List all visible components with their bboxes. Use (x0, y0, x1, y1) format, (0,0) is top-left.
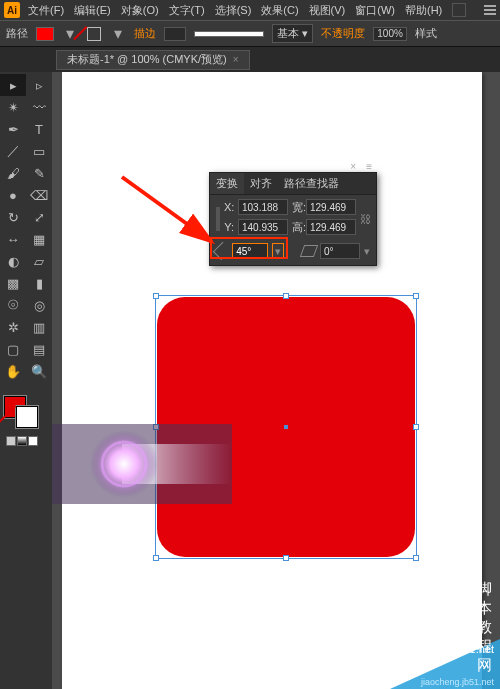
options-bar: 路径 ▾ ▾ 描边 基本 ▾ 不透明度 100% 样式 (0, 20, 500, 46)
color-mode-none[interactable] (28, 436, 38, 446)
stroke-dropdown-icon[interactable]: ▾ (110, 26, 126, 42)
panel-body: X: 103.188 宽: 129.469 Y: 140.935 高: 129.… (210, 195, 376, 265)
pencil-tool[interactable]: ✎ (26, 162, 52, 184)
rotation-dropdown-icon[interactable]: ▾ (272, 243, 284, 259)
eraser-tool[interactable]: ⌫ (26, 184, 52, 206)
main-area: ▸▹ ✴〰 ✒T ／▭ 🖌✎ ●⌫ ↻⤢ ↔▦ ◐▱ ▩▮ ⦾◎ ✲▥ ▢▤ ✋… (0, 72, 500, 689)
stroke-swatch[interactable] (86, 26, 102, 42)
magic-wand-tool[interactable]: ✴ (0, 96, 26, 118)
stroke-color-swatch[interactable] (16, 406, 38, 428)
transform-panel[interactable]: × ≡ 变换 对齐 路径查找器 X: 103.188 宽: (209, 172, 377, 266)
menu-object[interactable]: 对象(O) (121, 3, 159, 18)
panel-tabs: 变换 对齐 路径查找器 (210, 173, 376, 195)
style-label: 样式 (415, 26, 437, 41)
y-label: Y: (224, 221, 234, 233)
zoom-tool[interactable]: 🔍 (26, 360, 52, 382)
reference-point-grid[interactable] (216, 207, 220, 231)
menu-window[interactable]: 窗口(W) (355, 3, 395, 18)
column-graph-tool[interactable]: ▥ (26, 316, 52, 338)
y-field[interactable]: 140.935 (238, 219, 288, 235)
menu-select[interactable]: 选择(S) (215, 3, 252, 18)
fill-stroke-controls[interactable] (0, 396, 52, 446)
scale-tool[interactable]: ⤢ (26, 206, 52, 228)
panel-close-icon[interactable]: × (350, 161, 356, 172)
tab-align[interactable]: 对齐 (244, 173, 278, 194)
opacity-field[interactable]: 100% (373, 27, 407, 41)
brush-basic-dropdown[interactable]: 基本 ▾ (272, 24, 313, 43)
rotate-icon (213, 242, 232, 261)
workspace-menu-icon[interactable] (484, 5, 496, 15)
direct-selection-tool[interactable]: ▹ (26, 74, 52, 96)
width-field[interactable]: 129.469 (306, 199, 356, 215)
lasso-tool[interactable]: 〰 (26, 96, 52, 118)
width-tool[interactable]: ↔ (0, 228, 26, 250)
artboard-tool[interactable]: ▢ (0, 338, 26, 360)
document-tab-title: 未标题-1* @ 100% (CMYK/预览) (67, 52, 227, 67)
h-label: 高: (292, 220, 302, 235)
panel-menu-icon[interactable]: ≡ (366, 161, 372, 172)
rounded-rectangle-shape[interactable] (157, 297, 415, 557)
workspace-layout-icon[interactable] (452, 3, 466, 17)
shear-field[interactable]: 0° (320, 243, 360, 259)
stroke-link[interactable]: 描边 (134, 26, 156, 41)
shear-dropdown-icon[interactable]: ▾ (364, 245, 370, 258)
menu-file[interactable]: 文件(F) (28, 3, 64, 18)
symbol-sprayer-tool[interactable]: ✲ (0, 316, 26, 338)
tab-pathfinder[interactable]: 路径查找器 (278, 173, 345, 194)
menu-type[interactable]: 文字(T) (169, 3, 205, 18)
paintbrush-tool[interactable]: 🖌 (0, 162, 26, 184)
mesh-tool[interactable]: ▩ (0, 272, 26, 294)
line-tool[interactable]: ／ (0, 140, 26, 162)
menu-help[interactable]: 帮助(H) (405, 3, 442, 18)
document-tab[interactable]: 未标题-1* @ 100% (CMYK/预览) × (56, 50, 250, 70)
type-tool[interactable]: T (26, 118, 52, 140)
rotate-tool[interactable]: ↻ (0, 206, 26, 228)
document-tab-bar: 未标题-1* @ 100% (CMYK/预览) × (0, 46, 500, 72)
height-field[interactable]: 129.469 (306, 219, 356, 235)
fill-swatch[interactable] (36, 27, 54, 41)
path-label: 路径 (6, 26, 28, 41)
x-field[interactable]: 103.188 (238, 199, 288, 215)
menu-view[interactable]: 视图(V) (309, 3, 346, 18)
menu-effect[interactable]: 效果(C) (261, 3, 298, 18)
link-wh-icon[interactable]: ⛓ (360, 213, 371, 225)
slice-tool[interactable]: ▤ (26, 338, 52, 360)
blob-brush-tool[interactable]: ● (0, 184, 26, 206)
rotation-field[interactable]: 45° (232, 243, 268, 259)
canvas-viewport[interactable]: × ≡ 变换 对齐 路径查找器 X: 103.188 宽: (52, 72, 500, 689)
free-transform-tool[interactable]: ▦ (26, 228, 52, 250)
pen-tool[interactable]: ✒ (0, 118, 26, 140)
menu-edit[interactable]: 编辑(E) (74, 3, 111, 18)
rectangle-tool[interactable]: ▭ (26, 140, 52, 162)
brush-definition[interactable] (194, 31, 264, 37)
x-label: X: (224, 201, 234, 213)
gradient-tool[interactable]: ▮ (26, 272, 52, 294)
app-menu-bar: Ai 文件(F) 编辑(E) 对象(O) 文字(T) 选择(S) 效果(C) 视… (0, 0, 500, 20)
blend-tool[interactable]: ◎ (26, 294, 52, 316)
tab-transform[interactable]: 变换 (210, 173, 244, 194)
w-label: 宽: (292, 200, 302, 215)
app-logo: Ai (4, 2, 20, 18)
perspective-tool[interactable]: ▱ (26, 250, 52, 272)
toolbox: ▸▹ ✴〰 ✒T ／▭ 🖌✎ ●⌫ ↻⤢ ↔▦ ◐▱ ▩▮ ⦾◎ ✲▥ ▢▤ ✋… (0, 72, 52, 689)
opacity-link[interactable]: 不透明度 (321, 26, 365, 41)
close-icon[interactable]: × (233, 54, 239, 65)
hand-tool[interactable]: ✋ (0, 360, 26, 382)
stroke-weight-field[interactable] (164, 27, 186, 41)
shear-icon (300, 245, 318, 257)
eyedropper-tool[interactable]: ⦾ (0, 294, 26, 316)
shape-builder-tool[interactable]: ◐ (0, 250, 26, 272)
selection-tool[interactable]: ▸ (0, 74, 26, 96)
main-menu: 文件(F) 编辑(E) 对象(O) 文字(T) 选择(S) 效果(C) 视图(V… (28, 3, 442, 18)
